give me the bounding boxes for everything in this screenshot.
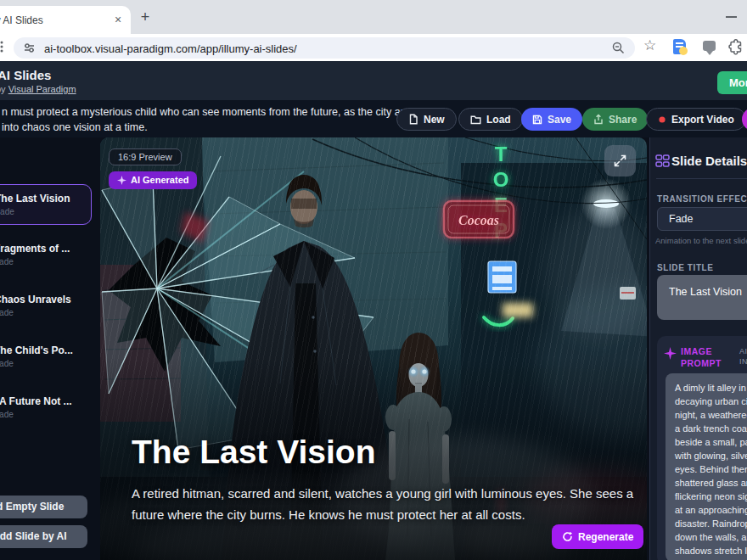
slide-title-overlay: The Last Vision — [132, 434, 376, 471]
extension-flag-icon[interactable] — [703, 41, 716, 51]
extension-doc-icon[interactable] — [673, 39, 686, 54]
load-button[interactable]: Load — [458, 108, 523, 131]
browser-toolbar: ai-toolbox.visual-paradigm.com/app/illum… — [0, 34, 747, 61]
slide-item-title: Chaos Unravels — [0, 286, 93, 305]
expand-button[interactable] — [604, 145, 636, 176]
blue-sign — [488, 261, 516, 293]
slide-description: A retired hitman, scarred and silent, wa… — [132, 483, 633, 525]
details-divider — [656, 178, 747, 179]
new-label: New — [424, 114, 445, 126]
slide-details-icon — [655, 154, 670, 169]
sparkle-icon — [117, 176, 126, 185]
app-window: illumy AI Slides × + ai-toolbox.visual-p… — [0, 0, 747, 560]
save-button[interactable]: Save — [521, 108, 582, 131]
transition-effect-label: TRANSITION EFFECT — [657, 194, 747, 204]
svg-text:T: T — [495, 143, 508, 165]
byline: by Visual Paradigm — [0, 84, 76, 94]
new-tab-button[interactable]: + — [136, 8, 154, 27]
story-line-1: n must protect a mysterious child who ca… — [2, 104, 428, 120]
sidebar-slide-item-3[interactable]: Chaos Unravels Fade — [0, 286, 93, 327]
share-icon — [593, 114, 604, 125]
image-prompt-textarea[interactable]: A dimly lit alley in a decaying urban ci… — [666, 373, 747, 560]
partial-sidepanel-icon[interactable] — [0, 39, 8, 54]
workspace: The Last Vision Fade Fragments of ... Fa… — [0, 137, 747, 560]
add-slide-by-ai-button[interactable]: Add Slide by AI — [0, 525, 87, 548]
address-bar[interactable]: ai-toolbox.visual-paradigm.com/app/illum… — [14, 37, 635, 59]
image-prompt-sparkle-icon — [664, 347, 677, 360]
refresh-icon — [562, 531, 573, 542]
story-toolbar: n must protect a mysterious child who ca… — [0, 100, 747, 137]
regenerate-button[interactable]: Regenerate — [552, 524, 643, 549]
browser-tab[interactable]: illumy AI Slides × — [0, 6, 131, 34]
slide-description-line-1: A retired hitman, scarred and silent, wa… — [132, 483, 633, 504]
app-title: AI Slides — [0, 68, 51, 82]
window-minimize-icon[interactable] — [726, 16, 737, 18]
tab-title: illumy AI Slides — [0, 14, 43, 26]
save-label: Save — [548, 114, 571, 126]
ai-generated-badge: AI Generated — [109, 171, 197, 189]
bookmark-star-icon[interactable]: ☆ — [643, 36, 656, 54]
slide-item-title: A Future Not ... — [0, 388, 93, 407]
slide-preview: T O E P Cocoas — [100, 137, 647, 560]
slide-item-transition: Fade — [0, 308, 93, 317]
add-empty-slide-label: Add Empty Slide — [0, 501, 64, 512]
more-tools-button[interactable]: More — [717, 71, 747, 94]
extensions-puzzle-icon[interactable] — [727, 38, 744, 55]
byline-prefix: by — [0, 84, 8, 94]
sidebar-slide-item-2[interactable]: Fragments of ... Fade — [0, 235, 93, 276]
ai-generated-label: AI Generated — [131, 175, 188, 185]
story-line-2: into chaos one vision at a time. — [2, 120, 428, 135]
zoom-out-icon[interactable] — [611, 41, 626, 55]
slide-item-transition: Fade — [0, 359, 93, 368]
svg-text:O: O — [493, 168, 509, 191]
slide-item-title: The Child's Po... — [0, 337, 93, 356]
ratio-badge: 16:9 Preview — [109, 148, 182, 165]
share-button[interactable]: Share — [582, 108, 648, 131]
load-label: Load — [486, 114, 511, 126]
slide-details-panel: Slide Details TRANSITION EFFECT Fade Ani… — [649, 137, 747, 560]
expand-arrows-icon — [613, 154, 627, 168]
image-prompt-label-line-2: PROMPT — [681, 357, 722, 369]
document-icon — [408, 114, 418, 125]
slide-details-heading: Slide Details — [671, 154, 747, 168]
extension-badge-icon — [679, 47, 688, 55]
svg-text:Cocoas: Cocoas — [458, 213, 499, 227]
browser-tabstrip: illumy AI Slides × + — [0, 0, 747, 34]
transition-help-text: Animation to the next slide — [655, 236, 747, 245]
share-label: Share — [609, 114, 637, 126]
slide-item-transition: Fade — [0, 410, 93, 419]
slide-item-transition: Fade — [0, 257, 93, 266]
image-prompt-label-line-1: IMAGE — [681, 345, 722, 357]
folder-icon — [470, 115, 481, 125]
slide-item-title: Fragments of ... — [0, 235, 93, 255]
add-empty-slide-button[interactable]: Add Empty Slide — [0, 496, 87, 518]
url-text[interactable]: ai-toolbox.visual-paradigm.com/app/illum… — [44, 42, 297, 55]
site-info-tune-icon[interactable] — [22, 41, 37, 55]
add-slide-by-ai-label: Add Slide by AI — [0, 530, 67, 542]
neon-red-script-sign: Cocoas — [444, 201, 514, 238]
slide-item-title: The Last Vision — [0, 185, 91, 204]
regenerate-label: Regenerate — [578, 531, 633, 543]
record-dot-icon — [658, 115, 666, 124]
transition-effect-select[interactable]: Fade — [657, 207, 747, 231]
export-video-label: Export Video — [671, 114, 734, 126]
story-text: n must protect a mysterious child who ca… — [2, 104, 428, 135]
tab-close-icon[interactable]: × — [110, 12, 126, 27]
sidebar-slide-item-4[interactable]: The Child's Po... Fade — [0, 337, 93, 378]
export-video-button[interactable]: Export Video — [646, 108, 746, 131]
image-prompt-label: IMAGE PROMPT — [681, 345, 722, 369]
slide-title-label: SLIDE TITLE — [657, 263, 714, 272]
ai-instructions-label: AI INSTRUCTIONS — [739, 346, 747, 367]
visual-paradigm-link[interactable]: Visual Paradigm — [8, 84, 76, 94]
save-icon — [532, 115, 542, 125]
slide-title-input[interactable]: The Last Vision — [657, 275, 747, 320]
sidebar-slide-item-5[interactable]: A Future Not ... Fade — [0, 388, 93, 428]
yellow-sign — [503, 303, 533, 317]
slide-item-transition: Fade — [0, 207, 91, 216]
app-header: AI Slides by Visual Paradigm More — [0, 61, 747, 100]
image-prompt-card: IMAGE PROMPT AI INSTRUCTIONS A dimly lit… — [657, 336, 747, 560]
slide-description-line-2: future where the city burns. He knows he… — [132, 504, 633, 525]
new-button[interactable]: New — [396, 108, 457, 131]
sidebar-slide-item-1[interactable]: The Last Vision Fade — [0, 184, 92, 225]
